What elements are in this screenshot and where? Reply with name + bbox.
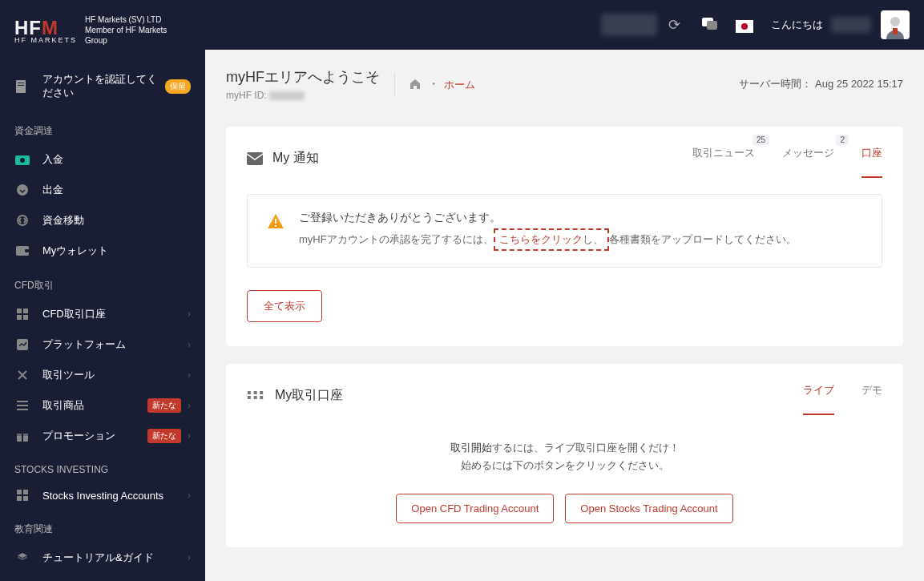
deposit-icon: [14, 154, 30, 165]
svg-rect-15: [17, 405, 28, 406]
tab-messages[interactable]: メッセージ 2: [782, 146, 834, 170]
tab-news[interactable]: 取引ニュース 25: [692, 146, 755, 170]
svg-point-5: [17, 184, 28, 196]
sidebar-item-products[interactable]: 取引商品 新たな ›: [0, 390, 205, 421]
sidebar: HFM HF MARKETS HF Markets (SV) LTD Membe…: [0, 0, 205, 581]
chart-icon: [14, 339, 30, 350]
svg-rect-22: [17, 496, 22, 501]
svg-rect-1: [18, 83, 24, 83]
click-here-link[interactable]: こちらをクリック: [499, 233, 583, 245]
verify-account[interactable]: アカウントを認証してください 保留: [0, 62, 205, 111]
chat-icon[interactable]: [700, 16, 718, 34]
page-subtitle: myHF ID:: [226, 90, 380, 101]
show-all-button[interactable]: 全て表示: [247, 290, 322, 322]
nav-label: Stocks Investing Accounts: [42, 490, 188, 502]
breadcrumb-home[interactable]: ホーム: [444, 79, 475, 91]
svg-rect-16: [17, 409, 28, 410]
breadcrumb: ・ ホーム: [410, 76, 475, 93]
sidebar-item-platform[interactable]: プラットフォーム ›: [0, 329, 205, 360]
nav-label: チュートリアル&ガイド: [42, 551, 188, 565]
sidebar-item-cfd-accounts[interactable]: CFD取引口座 ›: [0, 299, 205, 329]
svg-rect-9: [17, 309, 22, 313]
news-count: 25: [753, 135, 769, 145]
svg-rect-0: [16, 80, 26, 93]
open-cfd-button[interactable]: Open CFD Trading Account: [396, 494, 554, 523]
chevron-right-icon: ›: [188, 339, 191, 350]
svg-point-29: [741, 23, 748, 30]
withdraw-icon: [14, 184, 30, 196]
topbar: ⟳ こんにちは: [205, 0, 924, 50]
content: My 通知 取引ニュース 25 メッセージ 2 口座: [205, 109, 924, 581]
grid-icon: [14, 309, 30, 320]
open-stocks-button[interactable]: Open Stocks Trading Account: [565, 494, 732, 523]
section-cfd: CFD取引: [0, 266, 205, 299]
start-trading-block: 取引開始するには、ライブ取引口座を開くだけ！ 始めるには下のボタンをクリックくだ…: [247, 439, 882, 523]
server-time: サーバー時間： Aug 25 2022 15:17: [739, 77, 903, 91]
chevron-right-icon: ›: [188, 369, 191, 381]
notifications-card: My 通知 取引ニュース 25 メッセージ 2 口座: [226, 127, 903, 346]
section-funding: 資金調達: [0, 111, 205, 144]
section-edu: 教育関連: [0, 510, 205, 543]
accounts-card: ▪▪▪▪▪▪ My取引口座 ライブ デモ 取引開始するには、ライブ取引口座を開く…: [226, 364, 903, 547]
nav-label: Myウォレット: [42, 244, 191, 258]
nav-label: プラットフォーム: [42, 337, 188, 352]
divider: [394, 72, 395, 96]
nav-label: 取引ツール: [42, 368, 188, 382]
tab-live[interactable]: ライブ: [803, 383, 834, 407]
verify-text: アカウントを認証してください: [42, 73, 165, 100]
nav-label: 入金: [42, 152, 191, 167]
tab-demo[interactable]: デモ: [861, 383, 882, 407]
document-icon: [14, 79, 30, 95]
refresh-icon[interactable]: ⟳: [665, 16, 683, 34]
section-stocks: STOCKS INVESTING: [0, 451, 205, 482]
logo-company: HF Markets (SV) LTD Member of HF Markets…: [85, 14, 191, 46]
avatar[interactable]: [881, 10, 910, 39]
svg-rect-32: [247, 152, 263, 165]
sidebar-item-deposit[interactable]: 入金: [0, 144, 205, 175]
chevron-right-icon: ›: [188, 430, 191, 442]
nav-label: 出金: [42, 183, 191, 197]
verification-alert: ご登録いただきありがとうございます。 myHFアカウントの承認を完了するには、こ…: [247, 194, 882, 268]
grid-icon: [14, 490, 30, 501]
transfer-icon: [14, 214, 30, 227]
svg-rect-2: [18, 85, 24, 86]
nav-label: CFD取引口座: [42, 307, 188, 321]
nav-label: プロモーション: [42, 429, 147, 443]
sidebar-item-withdraw[interactable]: 出金: [0, 175, 205, 205]
nav-label: 取引商品: [42, 398, 147, 413]
svg-rect-19: [22, 434, 23, 442]
mail-icon: [247, 151, 263, 165]
sidebar-item-tutorials[interactable]: チュートリアル&ガイド ›: [0, 543, 205, 573]
flag-jp-icon[interactable]: [736, 18, 753, 31]
new-badge: 新たな: [147, 429, 181, 443]
nav-label: 資金移動: [42, 213, 191, 228]
home-icon: [410, 77, 424, 91]
chevron-right-icon: ›: [188, 552, 191, 563]
new-badge: 新たな: [147, 398, 181, 413]
list-icon: [14, 400, 30, 411]
svg-rect-11: [17, 315, 22, 320]
grid-icon: ▪▪▪▪▪▪: [247, 390, 265, 400]
highlighted-link: こちらをクリックし、: [494, 228, 609, 251]
sidebar-item-wallet[interactable]: Myウォレット: [0, 236, 205, 266]
tools-icon: [14, 369, 30, 381]
alert-line1: ご登録いただきありがとうございます。: [299, 211, 797, 225]
logo[interactable]: HFM HF MARKETS HF Markets (SV) LTD Membe…: [0, 14, 205, 62]
user-blur: [601, 14, 657, 36]
sidebar-item-tools[interactable]: 取引ツール ›: [0, 360, 205, 390]
svg-point-4: [20, 158, 25, 163]
logo-sub: HF MARKETS: [14, 36, 77, 44]
wallet-icon: [14, 245, 30, 256]
svg-rect-14: [17, 401, 28, 402]
page-title: myHFエリアへようこそ: [226, 67, 380, 87]
sidebar-item-transfer[interactable]: 資金移動: [0, 205, 205, 236]
username-blur: [831, 17, 871, 33]
svg-rect-20: [17, 490, 22, 494]
chevron-right-icon: ›: [188, 309, 191, 320]
sidebar-item-promo[interactable]: プロモーション 新たな ›: [0, 421, 205, 451]
sidebar-item-stocks[interactable]: Stocks Investing Accounts ›: [0, 482, 205, 510]
card-title: My取引口座: [275, 387, 343, 404]
svg-rect-21: [23, 490, 28, 494]
svg-rect-12: [23, 315, 28, 320]
tab-account[interactable]: 口座: [861, 146, 882, 170]
